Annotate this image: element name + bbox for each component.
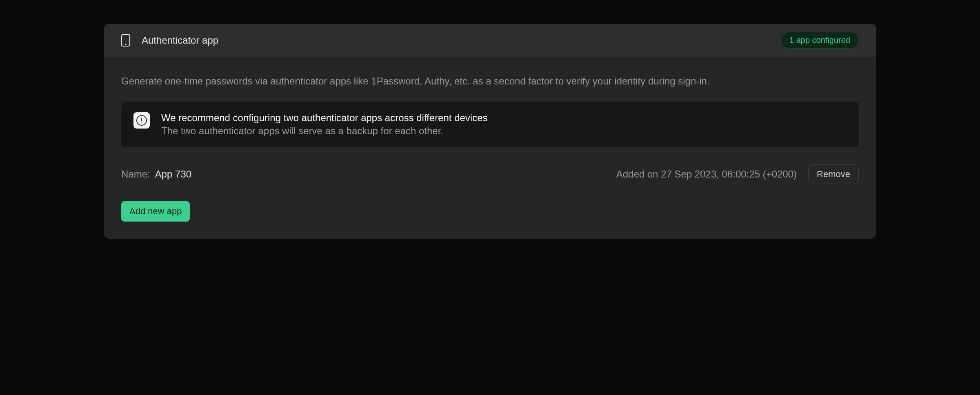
header-left: Authenticator app — [121, 34, 218, 47]
authenticator-card: Authenticator app 1 app configured Gener… — [104, 24, 876, 239]
notice-content: We recommend configuring two authenticat… — [161, 112, 847, 137]
description-text: Generate one-time passwords via authenti… — [121, 74, 859, 89]
card-header: Authenticator app 1 app configured — [104, 24, 876, 57]
notice-title: We recommend configuring two authenticat… — [161, 112, 847, 124]
app-name-value: App 730 — [155, 169, 191, 180]
notice-box: We recommend configuring two authenticat… — [121, 102, 859, 147]
notice-subtitle: The two authenticator apps will serve as… — [161, 125, 847, 137]
device-icon — [121, 34, 130, 47]
header-title: Authenticator app — [142, 35, 218, 46]
remove-button[interactable]: Remove — [808, 164, 859, 184]
app-row: Name: App 730 Added on 27 Sep 2023, 06:0… — [121, 164, 859, 184]
card-body: Generate one-time passwords via authenti… — [104, 57, 876, 239]
app-name-label: Name: — [121, 169, 150, 180]
status-badge: 1 app configured — [781, 32, 859, 49]
alert-icon — [133, 112, 150, 129]
add-new-app-button[interactable]: Add new app — [121, 201, 190, 222]
app-added-date: Added on 27 Sep 2023, 06:00:25 (+0200) — [616, 169, 797, 180]
